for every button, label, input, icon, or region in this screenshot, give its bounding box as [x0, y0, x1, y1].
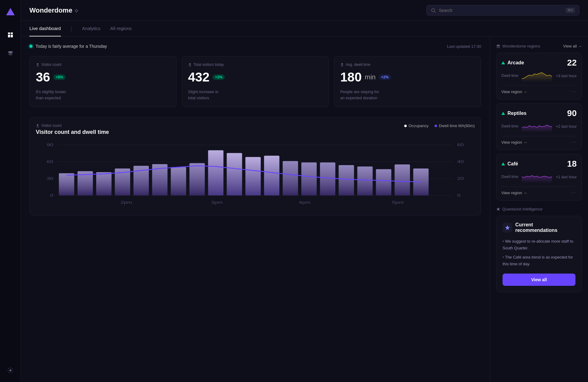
sidebar-nav [5, 29, 16, 59]
tab-all-regions[interactable]: All regions [110, 21, 132, 36]
dwell-icon [340, 63, 344, 66]
chart-header: Visitor count Visitor count and dwell ti… [36, 123, 475, 135]
region-dwell-reptiles: Dwell time [501, 124, 518, 128]
stat-card-visitor-count: Visitor count 36 +8% It's slightly busie… [29, 56, 177, 107]
svg-point-5 [8, 51, 13, 53]
sidebar-item-dashboard[interactable] [5, 29, 16, 40]
regions-view-all[interactable]: View all → [563, 44, 582, 48]
stat-card-value-2: 180 min +2% [340, 70, 475, 85]
region-more-reptiles[interactable]: ··· [571, 139, 577, 145]
svg-rect-25 [59, 173, 74, 195]
search-kbd: ⌘K [566, 8, 575, 13]
region-change-cafe: +1 last hour [556, 175, 577, 179]
chart-wrapper: 90 60 30 0 60 40 20 0 [36, 142, 475, 209]
intelligence-card: Current recommendations We suggest to re… [496, 216, 582, 292]
region-count-reptiles: 90 [567, 108, 577, 118]
stat-badge-1: +3% [213, 74, 225, 80]
right-panel: Wonderdome regions View all → Arcade 22 … [490, 36, 588, 382]
svg-text:5pm: 5pm [392, 200, 404, 204]
svg-rect-42 [376, 169, 391, 195]
chart-title-area: Visitor count Visitor count and dwell ti… [36, 123, 109, 135]
intelligence-body: We suggest to re-allocate more staff to … [503, 238, 575, 267]
legend-dwell: Dwell time MA(60m) [435, 123, 475, 128]
tab-analytics[interactable]: Analytics [82, 21, 100, 36]
region-change-arcade: +3 last hour [556, 74, 577, 78]
status-text: Today is fairly average for a Thursday [36, 44, 107, 49]
region-dwell-arcade: Dwell time [501, 74, 518, 78]
svg-rect-39 [320, 162, 335, 195]
app-title[interactable]: Wonderdome ◇ [29, 6, 78, 14]
app-title-text: Wonderdome [29, 6, 72, 14]
svg-text:90: 90 [47, 143, 53, 147]
search-bar[interactable]: ⌘K [426, 5, 579, 16]
logo[interactable] [5, 6, 16, 17]
status-dot [29, 45, 32, 48]
svg-text:40: 40 [457, 160, 464, 164]
view-region-cafe[interactable]: View region → [501, 191, 527, 195]
stat-badge-0: +8% [53, 74, 66, 80]
chart-label-icon [36, 124, 40, 127]
intelligence-card-header: Current recommendations [503, 222, 575, 233]
region-triangle-cafe [501, 162, 505, 165]
stat-card-label-1: Total visitors today [188, 62, 322, 67]
region-more-arcade[interactable]: ··· [571, 89, 577, 94]
legend-occupancy: Occupancy [404, 123, 428, 128]
search-icon [431, 8, 436, 13]
chart-legend: Occupancy Dwell time MA(60m) [404, 123, 475, 128]
svg-rect-31 [171, 167, 186, 195]
region-name-reptiles: Reptiles [507, 111, 526, 116]
stat-card-label-2: Avg. dwell time [340, 62, 475, 67]
tab-live-dashboard[interactable]: Live dashboard [29, 21, 61, 36]
intelligence-view-all-button[interactable]: View all [503, 274, 575, 286]
region-dwell-cafe: Dwell time [501, 175, 518, 179]
region-name-row-arcade: Arcade [501, 60, 524, 66]
sidebar-item-settings[interactable] [5, 365, 16, 376]
search-input[interactable] [439, 8, 563, 13]
region-name-arcade: Arcade [507, 60, 524, 66]
region-chart-reptiles [522, 120, 552, 132]
sidebar-item-layers[interactable] [5, 48, 16, 59]
svg-rect-27 [96, 172, 111, 195]
region-name-row-cafe: Café [501, 161, 518, 167]
region-card-reptiles: Reptiles 90 Dwell time [496, 103, 582, 150]
region-more-cafe[interactable]: ··· [571, 190, 577, 195]
app-title-chevron: ◇ [75, 8, 78, 13]
region-card-cafe-mid: Dwell time [501, 171, 577, 183]
svg-text:60: 60 [47, 160, 53, 164]
svg-text:60: 60 [457, 143, 464, 147]
chart-svg: 90 60 30 0 60 40 20 0 [36, 142, 475, 209]
region-card-reptiles-top: Reptiles 90 [501, 108, 577, 118]
intelligence-card-title: Current recommendations [515, 222, 575, 233]
stat-card-desc-2: People are staying foran expected durati… [340, 89, 475, 101]
svg-rect-32 [190, 163, 205, 195]
svg-rect-35 [245, 157, 261, 195]
region-name-cafe: Café [507, 161, 518, 167]
main-content: Wonderdome ◇ ⌘K Live dashboard | Analyti… [21, 0, 588, 382]
region-triangle-reptiles [501, 112, 505, 115]
svg-text:3pm: 3pm [211, 200, 223, 204]
tabs: Live dashboard | Analytics All regions [21, 21, 588, 36]
svg-rect-40 [339, 165, 354, 195]
svg-point-49 [497, 45, 500, 46]
svg-line-8 [434, 11, 435, 13]
sidebar [0, 0, 21, 382]
sidebar-bottom [5, 365, 16, 376]
region-chart-arcade [522, 70, 552, 82]
stat-card-total-visitors: Total visitors today 432 +3% Slight incr… [182, 56, 329, 107]
view-region-reptiles[interactable]: View region → [501, 140, 527, 145]
status-bar: Today is fairly average for a Thursday L… [29, 44, 481, 49]
chart-section-label: Visitor count [36, 123, 109, 128]
svg-text:4pm: 4pm [299, 200, 311, 204]
intelligence-section-icon [496, 207, 500, 211]
svg-rect-4 [11, 35, 13, 37]
svg-point-6 [9, 369, 11, 371]
svg-rect-3 [8, 35, 10, 37]
svg-point-9 [37, 63, 39, 65]
intelligence-section-title: Quantavist Intelligence [496, 207, 582, 211]
stat-card-value-1: 432 +3% [188, 70, 322, 85]
svg-text:20: 20 [457, 176, 464, 180]
region-triangle-arcade [501, 61, 505, 64]
region-card-arcade: Arcade 22 Dwell time [496, 53, 582, 100]
view-region-arcade[interactable]: View region → [501, 89, 527, 94]
regions-icon [496, 44, 500, 48]
